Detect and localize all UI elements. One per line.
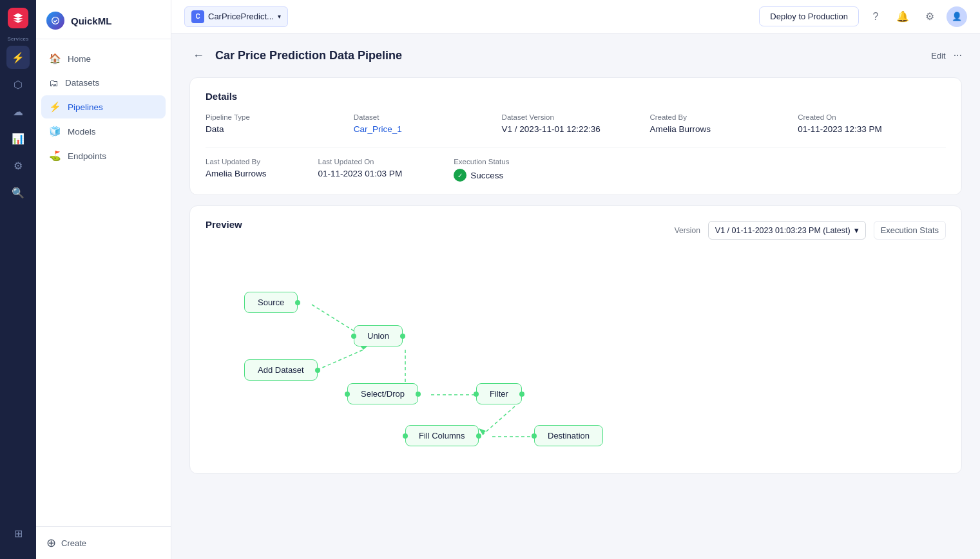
page-title: Car Price Prediction Data Pipeline xyxy=(215,49,402,62)
page-actions: Edit ··· xyxy=(931,50,962,61)
pipeline-node-add-dataset[interactable]: Add Dataset xyxy=(244,359,318,381)
sidebar-item-models[interactable]: 🧊 Models xyxy=(41,120,166,143)
last-updated-by-item: Last Updated By Amelia Burrows xyxy=(206,158,267,182)
select-drop-node-label: Select/Drop xyxy=(361,389,405,399)
app-logo xyxy=(8,8,28,28)
last-updated-by-value: Amelia Burrows xyxy=(206,169,267,178)
dataset-version-label: Dataset Version xyxy=(502,113,650,121)
created-by-label: Created By xyxy=(649,113,798,121)
edit-button[interactable]: Edit xyxy=(931,51,945,61)
help-icon[interactable]: ? xyxy=(865,6,886,27)
created-on-value: 01-11-2023 12:33 PM xyxy=(798,124,946,134)
topbar: C CarPricePredict... ▾ Deploy to Product… xyxy=(171,0,980,33)
fill-columns-node-label: Fill Columns xyxy=(419,431,465,441)
preview-card: Preview Version V1 / 01-11-2023 01:03:23… xyxy=(189,205,962,474)
services-label: Services xyxy=(7,36,28,42)
more-options-button[interactable]: ··· xyxy=(954,50,962,61)
services-group: Services xyxy=(7,39,28,42)
rail-icon-settings2[interactable]: ⚙ xyxy=(6,154,30,177)
sidebar-app-title: QuickML xyxy=(71,15,111,26)
endpoints-icon: ⛳ xyxy=(49,150,61,162)
datasets-icon: 🗂 xyxy=(49,77,59,88)
sidebar-item-datasets-label: Datasets xyxy=(65,78,99,88)
version-chevron-icon: ▾ xyxy=(854,225,859,235)
add-dataset-node-label: Add Dataset xyxy=(258,365,304,375)
models-icon: 🧊 xyxy=(49,126,61,137)
sidebar-item-pipelines[interactable]: ⚡ Pipelines xyxy=(41,95,166,118)
bell-icon[interactable]: 🔔 xyxy=(892,6,913,27)
last-updated-on-item: Last Updated On 01-11-2023 01:03 PM xyxy=(318,158,403,182)
execution-status-item: Execution Status ✓ Success xyxy=(454,158,509,182)
filter-node-label: Filter xyxy=(490,389,508,399)
project-selector[interactable]: C CarPricePredict... ▾ xyxy=(184,6,288,27)
sidebar-item-endpoints[interactable]: ⛳ Endpoints xyxy=(41,144,166,167)
dataset-item: Dataset Car_Price_1 xyxy=(354,113,502,134)
user-avatar[interactable]: 👤 xyxy=(946,6,967,27)
create-icon: ⊕ xyxy=(46,536,56,550)
pipelines-icon: ⚡ xyxy=(49,101,61,113)
dataset-version-item: Dataset Version V1 / 2023-11-01 12:22:36 xyxy=(502,113,650,134)
execution-stats-button[interactable]: Execution Stats xyxy=(874,221,946,240)
page-header: ← Car Price Prediction Data Pipeline Edi… xyxy=(189,46,962,64)
rail-icon-analytics[interactable]: 📊 xyxy=(6,127,30,150)
sidebar-item-datasets[interactable]: 🗂 Datasets xyxy=(41,71,166,94)
sidebar-item-home[interactable]: 🏠 Home xyxy=(41,47,166,70)
sidebar-item-pipelines-label: Pipelines xyxy=(68,102,103,112)
sidebar: QuickML 🏠 Home 🗂 Datasets ⚡ Pipelines 🧊 … xyxy=(36,0,171,559)
dataset-value[interactable]: Car_Price_1 xyxy=(354,124,502,134)
status-text: Success xyxy=(470,171,503,180)
dataset-label: Dataset xyxy=(354,113,502,121)
pipeline-canvas: Source Union Add Dataset Select/Drop Fil… xyxy=(206,254,946,460)
details-card: Details Pipeline Type Data Dataset Car_P… xyxy=(189,77,962,195)
page-title-row: ← Car Price Prediction Data Pipeline xyxy=(189,46,402,64)
project-initial: C xyxy=(191,10,204,23)
pipeline-node-filter[interactable]: Filter xyxy=(476,383,522,404)
sidebar-item-endpoints-label: Endpoints xyxy=(68,151,106,161)
details-section-title: Details xyxy=(206,91,946,102)
version-select[interactable]: V1 / 01-11-2023 01:03:23 PM (Latest) ▾ xyxy=(708,221,866,240)
created-by-item: Created By Amelia Burrows xyxy=(649,113,798,134)
sidebar-footer: ⊕ Create xyxy=(36,526,171,559)
preview-section-title: Preview xyxy=(206,219,242,230)
quickml-logo xyxy=(46,12,64,30)
home-icon: 🏠 xyxy=(49,53,61,64)
project-name: CarPricePredict... xyxy=(208,12,274,21)
svg-line-9 xyxy=(483,406,515,435)
pipeline-node-source[interactable]: Source xyxy=(244,292,298,313)
deploy-to-production-button[interactable]: Deploy to Production xyxy=(759,6,859,26)
pipeline-node-destination[interactable]: Destination xyxy=(534,425,603,446)
rail-icon-grid[interactable]: ⊞ xyxy=(6,522,30,545)
details-grid-row2: Last Updated By Amelia Burrows Last Upda… xyxy=(206,158,946,182)
pipeline-node-union[interactable]: Union xyxy=(354,325,403,346)
details-grid-row1: Pipeline Type Data Dataset Car_Price_1 D… xyxy=(206,113,946,147)
back-button[interactable]: ← xyxy=(189,46,207,64)
rail-icon-pipelines[interactable]: ⚡ xyxy=(6,46,30,69)
pipeline-type-value: Data xyxy=(206,124,354,134)
chevron-down-icon: ▾ xyxy=(278,13,281,20)
preview-header: Preview Version V1 / 01-11-2023 01:03:23… xyxy=(206,219,946,242)
created-by-value: Amelia Burrows xyxy=(649,124,798,134)
create-label: Create xyxy=(61,538,86,548)
version-value: V1 / 01-11-2023 01:03:23 PM (Latest) xyxy=(715,226,850,235)
pipeline-type-item: Pipeline Type Data xyxy=(206,113,354,134)
icon-rail: Services ⚡ ⬡ ☁ 📊 ⚙ 🔍 ⊞ xyxy=(0,0,36,559)
destination-node-label: Destination xyxy=(548,431,590,441)
pipeline-node-fill-columns[interactable]: Fill Columns xyxy=(405,425,479,446)
pipeline-node-select-drop[interactable]: Select/Drop xyxy=(347,383,418,404)
created-on-item: Created On 01-11-2023 12:33 PM xyxy=(798,113,946,134)
create-button[interactable]: ⊕ Create xyxy=(46,536,160,550)
last-updated-on-label: Last Updated On xyxy=(318,158,403,166)
rail-icon-search[interactable]: 🔍 xyxy=(6,181,30,204)
created-on-label: Created On xyxy=(798,113,946,121)
sidebar-item-models-label: Models xyxy=(68,127,96,137)
sidebar-item-home-label: Home xyxy=(68,54,91,64)
gear-icon[interactable]: ⚙ xyxy=(919,6,940,27)
main-content: C CarPricePredict... ▾ Deploy to Product… xyxy=(171,0,980,559)
version-label: Version xyxy=(675,226,700,235)
sidebar-nav: 🏠 Home 🗂 Datasets ⚡ Pipelines 🧊 Models ⛳… xyxy=(36,39,171,526)
status-badge: ✓ Success xyxy=(454,169,509,182)
sidebar-header: QuickML xyxy=(36,0,171,39)
union-node-label: Union xyxy=(367,331,389,341)
rail-icon-code[interactable]: ⬡ xyxy=(6,73,30,96)
rail-icon-cloud[interactable]: ☁ xyxy=(6,100,30,123)
